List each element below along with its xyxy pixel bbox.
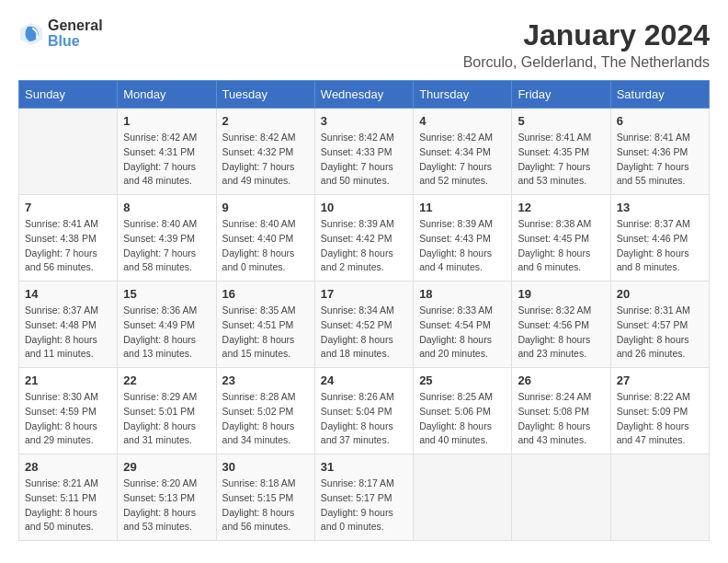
header-cell-thursday: Thursday	[414, 81, 512, 109]
day-number: 12	[518, 201, 604, 214]
calendar-cell: 12Sunrise: 8:38 AM Sunset: 4:45 PM Dayli…	[512, 195, 610, 282]
day-number: 16	[222, 287, 309, 301]
calendar-cell: 14Sunrise: 8:37 AM Sunset: 4:48 PM Dayli…	[19, 282, 118, 368]
day-number: 4	[419, 114, 506, 128]
day-number: 1	[123, 114, 210, 128]
calendar-cell: 9Sunrise: 8:40 AM Sunset: 4:40 PM Daylig…	[216, 195, 314, 282]
calendar-cell: 6Sunrise: 8:41 AM Sunset: 4:36 PM Daylig…	[610, 109, 709, 195]
day-info: Sunrise: 8:34 AM Sunset: 4:52 PM Dayligh…	[321, 304, 407, 362]
calendar-cell: 23Sunrise: 8:28 AM Sunset: 5:02 PM Dayli…	[216, 368, 314, 454]
header-row: SundayMondayTuesdayWednesdayThursdayFrid…	[19, 81, 710, 109]
calendar-cell: 4Sunrise: 8:42 AM Sunset: 4:34 PM Daylig…	[414, 109, 512, 195]
logo: General Blue	[18, 18, 103, 50]
calendar-cell: 25Sunrise: 8:25 AM Sunset: 5:06 PM Dayli…	[414, 368, 512, 454]
day-info: Sunrise: 8:42 AM Sunset: 4:34 PM Dayligh…	[419, 131, 506, 189]
day-info: Sunrise: 8:41 AM Sunset: 4:36 PM Dayligh…	[617, 131, 703, 189]
calendar-week-1: 1Sunrise: 8:42 AM Sunset: 4:31 PM Daylig…	[19, 109, 710, 195]
day-info: Sunrise: 8:42 AM Sunset: 4:32 PM Dayligh…	[222, 131, 309, 189]
calendar-cell: 13Sunrise: 8:37 AM Sunset: 4:46 PM Dayli…	[610, 195, 709, 282]
day-number: 27	[617, 373, 703, 387]
calendar-cell: 31Sunrise: 8:17 AM Sunset: 5:17 PM Dayli…	[314, 454, 413, 541]
header-cell-tuesday: Tuesday	[216, 81, 314, 109]
day-number: 18	[419, 287, 506, 301]
calendar-subtitle: Borculo, Gelderland, The Netherlands	[463, 54, 710, 71]
header-cell-friday: Friday	[512, 81, 610, 109]
day-info: Sunrise: 8:21 AM Sunset: 5:11 PM Dayligh…	[25, 477, 111, 534]
calendar-cell: 26Sunrise: 8:24 AM Sunset: 5:08 PM Dayli…	[512, 368, 610, 454]
calendar-cell: 3Sunrise: 8:42 AM Sunset: 4:33 PM Daylig…	[314, 109, 413, 195]
calendar-title: January 2024	[463, 18, 710, 52]
day-number: 11	[419, 201, 506, 214]
calendar-cell: 15Sunrise: 8:36 AM Sunset: 4:49 PM Dayli…	[118, 282, 216, 368]
day-number: 22	[123, 373, 210, 387]
calendar-table: SundayMondayTuesdayWednesdayThursdayFrid…	[18, 80, 710, 541]
day-info: Sunrise: 8:31 AM Sunset: 4:57 PM Dayligh…	[617, 304, 703, 362]
day-info: Sunrise: 8:30 AM Sunset: 4:59 PM Dayligh…	[25, 390, 111, 448]
calendar-cell	[414, 454, 512, 541]
day-info: Sunrise: 8:41 AM Sunset: 4:35 PM Dayligh…	[518, 131, 604, 189]
day-info: Sunrise: 8:17 AM Sunset: 5:17 PM Dayligh…	[321, 477, 407, 534]
day-number: 7	[25, 201, 111, 214]
day-number: 13	[617, 201, 703, 214]
day-number: 25	[419, 373, 506, 387]
calendar-cell: 18Sunrise: 8:33 AM Sunset: 4:54 PM Dayli…	[414, 282, 512, 368]
day-number: 28	[25, 460, 111, 474]
header-cell-saturday: Saturday	[610, 81, 709, 109]
calendar-week-2: 7Sunrise: 8:41 AM Sunset: 4:38 PM Daylig…	[19, 195, 710, 282]
calendar-cell: 5Sunrise: 8:41 AM Sunset: 4:35 PM Daylig…	[512, 109, 610, 195]
header-cell-wednesday: Wednesday	[314, 81, 413, 109]
day-info: Sunrise: 8:18 AM Sunset: 5:15 PM Dayligh…	[222, 477, 309, 534]
header-cell-sunday: Sunday	[19, 81, 118, 109]
day-number: 14	[25, 287, 111, 301]
day-number: 20	[617, 287, 703, 301]
day-number: 10	[321, 201, 407, 214]
day-info: Sunrise: 8:20 AM Sunset: 5:13 PM Dayligh…	[123, 477, 210, 534]
day-info: Sunrise: 8:39 AM Sunset: 4:42 PM Dayligh…	[321, 217, 407, 275]
calendar-cell: 29Sunrise: 8:20 AM Sunset: 5:13 PM Dayli…	[118, 454, 216, 541]
logo-blue-text: Blue	[48, 34, 103, 50]
calendar-week-4: 21Sunrise: 8:30 AM Sunset: 4:59 PM Dayli…	[19, 368, 710, 454]
day-info: Sunrise: 8:36 AM Sunset: 4:49 PM Dayligh…	[123, 304, 210, 362]
calendar-cell: 27Sunrise: 8:22 AM Sunset: 5:09 PM Dayli…	[610, 368, 709, 454]
day-number: 5	[518, 114, 604, 128]
day-info: Sunrise: 8:32 AM Sunset: 4:56 PM Dayligh…	[518, 304, 604, 362]
day-info: Sunrise: 8:28 AM Sunset: 5:02 PM Dayligh…	[222, 390, 309, 448]
calendar-cell: 7Sunrise: 8:41 AM Sunset: 4:38 PM Daylig…	[19, 195, 118, 282]
logo-icon	[18, 21, 44, 47]
calendar-cell: 8Sunrise: 8:40 AM Sunset: 4:39 PM Daylig…	[118, 195, 216, 282]
calendar-cell: 19Sunrise: 8:32 AM Sunset: 4:56 PM Dayli…	[512, 282, 610, 368]
calendar-cell: 1Sunrise: 8:42 AM Sunset: 4:31 PM Daylig…	[118, 109, 216, 195]
page-header: General Blue January 2024 Borculo, Gelde…	[18, 18, 710, 71]
day-info: Sunrise: 8:42 AM Sunset: 4:31 PM Dayligh…	[123, 131, 210, 189]
day-number: 23	[222, 373, 309, 387]
day-info: Sunrise: 8:26 AM Sunset: 5:04 PM Dayligh…	[321, 390, 407, 448]
calendar-cell: 21Sunrise: 8:30 AM Sunset: 4:59 PM Dayli…	[19, 368, 118, 454]
day-info: Sunrise: 8:37 AM Sunset: 4:48 PM Dayligh…	[25, 304, 111, 362]
calendar-cell	[610, 454, 709, 541]
day-number: 17	[321, 287, 407, 301]
calendar-cell	[512, 454, 610, 541]
calendar-week-3: 14Sunrise: 8:37 AM Sunset: 4:48 PM Dayli…	[19, 282, 710, 368]
day-number: 8	[123, 201, 210, 214]
day-info: Sunrise: 8:38 AM Sunset: 4:45 PM Dayligh…	[518, 217, 604, 275]
day-info: Sunrise: 8:25 AM Sunset: 5:06 PM Dayligh…	[419, 390, 506, 448]
header-cell-monday: Monday	[118, 81, 216, 109]
day-info: Sunrise: 8:40 AM Sunset: 4:40 PM Dayligh…	[222, 217, 309, 275]
calendar-cell: 28Sunrise: 8:21 AM Sunset: 5:11 PM Dayli…	[19, 454, 118, 541]
calendar-cell: 20Sunrise: 8:31 AM Sunset: 4:57 PM Dayli…	[610, 282, 709, 368]
calendar-cell: 22Sunrise: 8:29 AM Sunset: 5:01 PM Dayli…	[118, 368, 216, 454]
logo-general-text: General	[48, 18, 103, 34]
day-info: Sunrise: 8:39 AM Sunset: 4:43 PM Dayligh…	[419, 217, 506, 275]
calendar-cell: 17Sunrise: 8:34 AM Sunset: 4:52 PM Dayli…	[314, 282, 413, 368]
calendar-cell: 2Sunrise: 8:42 AM Sunset: 4:32 PM Daylig…	[216, 109, 314, 195]
title-area: January 2024 Borculo, Gelderland, The Ne…	[463, 18, 710, 71]
day-info: Sunrise: 8:40 AM Sunset: 4:39 PM Dayligh…	[123, 217, 210, 275]
calendar-cell: 11Sunrise: 8:39 AM Sunset: 4:43 PM Dayli…	[414, 195, 512, 282]
calendar-cell: 16Sunrise: 8:35 AM Sunset: 4:51 PM Dayli…	[216, 282, 314, 368]
day-number: 29	[123, 460, 210, 474]
day-number: 2	[222, 114, 309, 128]
day-number: 31	[321, 460, 407, 474]
calendar-header: SundayMondayTuesdayWednesdayThursdayFrid…	[19, 81, 710, 109]
day-number: 6	[617, 114, 703, 128]
day-number: 30	[222, 460, 309, 474]
